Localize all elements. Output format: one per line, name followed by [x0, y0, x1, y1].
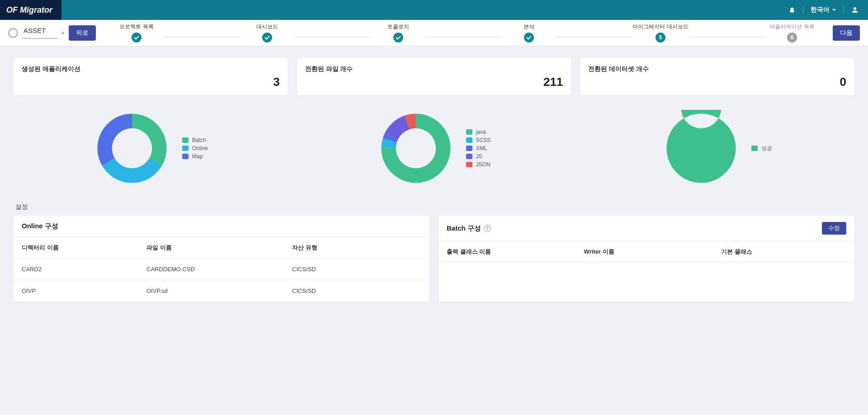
online-config-panel: Online 구성 디렉터리 이름 파일 이름 자산 유형 CARD2CARDD…	[14, 216, 429, 302]
help-icon[interactable]: ?	[484, 225, 491, 232]
legend: BatchOnlineMap	[182, 137, 208, 160]
separator	[803, 6, 803, 14]
panels-row: Online 구성 디렉터리 이름 파일 이름 자산 유형 CARD2CARDD…	[14, 216, 854, 302]
back-button[interactable]: 뒤로	[69, 25, 96, 41]
col-base-class: 기본 클래스	[713, 241, 854, 263]
legend-item[interactable]: 성공	[751, 145, 772, 152]
chart-datasets: 성공	[580, 105, 854, 191]
chart-apps: BatchOnlineMap	[14, 105, 288, 191]
online-config-table: 디렉터리 이름 파일 이름 자산 유형 CARD2CARDDEMO.CSDCIC…	[14, 237, 429, 302]
batch-config-panel: Batch 구성 ? 수정 출력 클래스 이름 Writer 이름 기본 클래스	[439, 216, 854, 302]
batch-config-table: 출력 클래스 이름 Writer 이름 기본 클래스	[439, 241, 854, 263]
panel-header: Online 구성	[14, 216, 429, 237]
col-dir: 디렉터리 이름	[14, 237, 138, 259]
language-label: 한국어	[811, 6, 830, 14]
stat-value: 0	[588, 75, 846, 89]
cell-asset_type: CICS/SD	[284, 280, 429, 302]
step-connector	[164, 37, 240, 37]
legend-item[interactable]: XML	[466, 145, 491, 151]
step-connector	[689, 37, 765, 37]
col-asset-type: 자산 유형	[284, 237, 429, 259]
legend-label: Online	[192, 145, 208, 151]
legend-swatch	[182, 154, 189, 159]
settings-section-title: 설정	[15, 203, 854, 211]
language-select[interactable]: 한국어	[811, 6, 836, 14]
step-label: 대시보드	[256, 23, 278, 31]
col-out-class: 출력 클래스 이름	[439, 241, 576, 263]
next-button[interactable]: 다음	[833, 25, 860, 41]
legend-swatch	[182, 137, 189, 143]
legend-item[interactable]: Batch	[182, 137, 208, 143]
col-file: 파일 이름	[138, 237, 284, 259]
separator	[843, 6, 844, 14]
legend-label: SCSS	[476, 137, 491, 143]
cell-file: OIVP.sd	[138, 280, 284, 302]
stat-apps: 생성된 애플리케이션 3	[14, 58, 288, 95]
charts-row: BatchOnlineMap javaSCSSXMLJSJSON 성공	[14, 105, 854, 191]
user-icon[interactable]	[851, 6, 859, 14]
legend-item[interactable]: JSON	[466, 161, 491, 168]
legend-swatch	[182, 146, 189, 151]
stat-files: 전환된 파일 개수 211	[297, 58, 571, 95]
bell-icon[interactable]	[788, 6, 796, 14]
chart-files: javaSCSSXMLJSJSON	[297, 105, 571, 191]
legend-label: Batch	[192, 137, 206, 143]
panel-title: Online 구성	[22, 222, 58, 231]
donut-chart	[94, 110, 170, 187]
step-analysis[interactable]: 분석	[502, 23, 556, 42]
stepper: 프로젝트 목록 대시보드 토폴로지 분석 마이그레이터 대시보드 5 애플리케이…	[100, 23, 828, 42]
donut-chart	[663, 110, 740, 187]
asset-circle-icon	[8, 28, 18, 38]
step-projects[interactable]: 프로젝트 목록	[109, 23, 164, 42]
col-writer: Writer 이름	[576, 241, 713, 263]
step-label: 애플리케이션 목록	[769, 23, 814, 31]
legend-item[interactable]: Online	[182, 145, 208, 151]
legend-label: Map	[192, 153, 203, 160]
subheader: ASSET 뒤로 프로젝트 목록 대시보드 토폴로지 분석 마이그레이터 대시보…	[0, 20, 868, 46]
legend-label: 성공	[761, 145, 772, 152]
brand-text: OF Migrator	[6, 5, 52, 15]
table-row[interactable]: CARD2CARDDEMO.CSDCICS/SD	[14, 259, 429, 280]
asset-dot-icon	[61, 32, 64, 34]
donut-chart	[377, 110, 454, 187]
cell-dir: CARD2	[14, 259, 138, 280]
cell-dir: OIVP	[14, 280, 138, 302]
check-icon	[262, 33, 272, 42]
stats-row: 생성된 애플리케이션 3 전환된 파일 개수 211 전환된 데이터셋 개수 0	[14, 58, 854, 95]
legend-label: JS	[476, 153, 482, 160]
step-migrator-dashboard[interactable]: 마이그레이터 대시보드 5	[632, 23, 688, 42]
legend-swatch	[751, 146, 758, 151]
asset-selector[interactable]: ASSET	[8, 27, 64, 39]
chevron-down-icon	[832, 9, 836, 11]
step-applist[interactable]: 애플리케이션 목록 6	[765, 23, 819, 42]
legend-item[interactable]: java	[466, 129, 491, 135]
legend: javaSCSSXMLJSJSON	[466, 129, 491, 168]
check-icon	[132, 33, 142, 42]
step-label: 분석	[524, 23, 534, 31]
stat-value: 211	[305, 75, 563, 89]
stat-datasets: 전환된 데이터셋 개수 0	[580, 58, 854, 95]
step-label: 토폴로지	[387, 23, 409, 31]
edit-button[interactable]: 수정	[822, 222, 846, 235]
cell-file: CARDDEMO.CSD	[138, 259, 284, 280]
cell-asset_type: CICS/SD	[284, 259, 429, 280]
content: 생성된 애플리케이션 3 전환된 파일 개수 211 전환된 데이터셋 개수 0…	[0, 46, 868, 314]
legend-swatch	[466, 146, 472, 151]
step-topology[interactable]: 토폴로지	[371, 23, 425, 42]
header-main: 한국어	[61, 0, 868, 20]
panel-header: Batch 구성 ? 수정	[439, 216, 854, 241]
legend-item[interactable]: SCSS	[466, 137, 491, 143]
step-label: 프로젝트 목록	[119, 23, 153, 31]
step-connector	[294, 37, 371, 37]
panel-title: Batch 구성 ?	[447, 224, 491, 233]
legend-item[interactable]: Map	[182, 153, 208, 160]
stat-value: 3	[22, 75, 280, 89]
table-row[interactable]: OIVPOIVP.sdCICS/SD	[14, 280, 429, 302]
app-header: OF Migrator 한국어	[0, 0, 868, 20]
legend-swatch	[466, 129, 472, 135]
step-dashboard[interactable]: 대시보드	[240, 23, 294, 42]
step-number: 5	[656, 33, 665, 42]
asset-label: ASSET	[22, 27, 58, 39]
legend-item[interactable]: JS	[466, 153, 491, 160]
step-number: 6	[787, 33, 797, 42]
